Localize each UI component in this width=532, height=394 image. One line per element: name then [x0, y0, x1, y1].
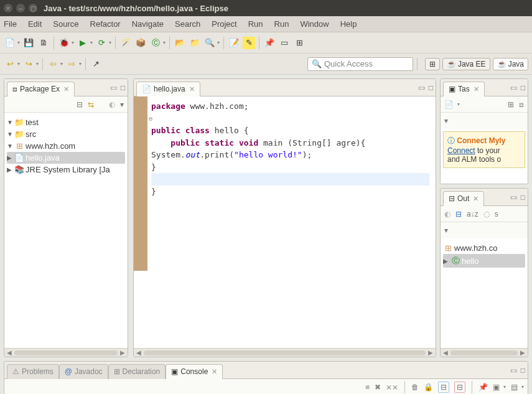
search-icon[interactable]: 🔍 — [203, 37, 216, 49]
maximize-view-icon[interactable]: □ — [121, 83, 125, 92]
tab-problems[interactable]: ⚠Problems — [7, 364, 59, 379]
tab-task-list[interactable]: ▣ Tas ✕ — [443, 82, 485, 96]
menu-window[interactable]: Window — [300, 19, 329, 29]
menu-help[interactable]: Help — [340, 19, 357, 29]
close-window-button[interactable]: × — [4, 4, 12, 12]
maximize-view-icon[interactable]: □ — [521, 193, 525, 202]
new-class-icon[interactable]: Ⓒ — [149, 37, 162, 49]
outline-package[interactable]: ⊞www.hzh.co — [443, 242, 525, 254]
focus-icon[interactable]: ◐ — [109, 100, 115, 109]
tab-javadoc[interactable]: @Javadoc — [59, 364, 108, 379]
new-icon[interactable]: 📄 — [4, 37, 16, 49]
close-icon[interactable]: ✕ — [473, 195, 478, 203]
prev-annotation-icon[interactable]: ⇦ — [47, 58, 59, 70]
show-stderr-icon[interactable]: ⊟ — [454, 382, 465, 393]
maximize-view-icon[interactable]: □ — [429, 83, 433, 92]
menu-run2[interactable]: Run — [274, 19, 289, 29]
minimize-view-icon[interactable]: ▭ — [418, 83, 425, 92]
categorize-icon[interactable]: ⊞ — [508, 100, 514, 109]
close-icon[interactable]: ✕ — [189, 85, 195, 93]
pin-console-icon[interactable]: 📌 — [478, 383, 488, 392]
remove-launch-icon[interactable]: ✖ — [375, 383, 381, 392]
tab-console[interactable]: ▣Console✕ — [166, 364, 223, 379]
highlight-icon[interactable]: ✎ — [243, 37, 255, 49]
remove-all-icon[interactable]: ⨯⨯ — [386, 383, 398, 392]
open-type-icon[interactable]: 📂 — [174, 37, 186, 49]
hide-fields-icon[interactable]: ◌ — [483, 210, 490, 218]
scrollbar[interactable]: ◀▶ — [441, 348, 528, 357]
scrollbar[interactable]: ◀▶ — [134, 348, 436, 357]
menu-navigate[interactable]: Navigate — [132, 19, 164, 29]
fold-icon[interactable]: ⊖ — [149, 114, 152, 123]
clear-console-icon[interactable]: 🗑 — [411, 383, 419, 392]
tree-file-hello[interactable]: ▶📄hello.java — [7, 152, 125, 164]
tree-jre[interactable]: ▶📚JRE System Library [Ja — [7, 164, 125, 176]
tab-outline[interactable]: ⊟ Out ✕ — [443, 191, 484, 206]
link-editor-icon[interactable]: ⇆ — [88, 100, 94, 109]
menu-run[interactable]: Run — [248, 19, 263, 29]
view-menu-icon[interactable]: ▾ — [444, 116, 448, 125]
toggle-icon[interactable]: ⊞ — [293, 37, 306, 49]
view-menu-icon[interactable]: ▾ — [444, 226, 448, 235]
open-console-icon[interactable]: ▤ — [511, 383, 518, 392]
wand-icon[interactable]: 🪄 — [119, 37, 132, 49]
save-icon[interactable]: 💾 — [22, 37, 35, 49]
code-editor[interactable]: ⊖ package www.hzh.com; public class hell… — [134, 96, 436, 201]
debug-icon[interactable]: 🐞 — [58, 37, 70, 49]
close-icon[interactable]: ✕ — [212, 368, 217, 376]
minimize-window-button[interactable]: – — [16, 4, 25, 12]
run-icon[interactable]: ▶ — [77, 37, 89, 49]
menu-file[interactable]: File — [4, 19, 17, 29]
maximize-view-icon[interactable]: □ — [521, 83, 525, 92]
tree-src[interactable]: ▼📁src — [7, 128, 125, 140]
next-annotation-icon[interactable]: ⇨ — [65, 58, 78, 70]
perspective-javaee[interactable]: ☕Java EE — [442, 58, 490, 70]
outline-class[interactable]: ▶Ⓒhello — [443, 254, 525, 268]
minimize-view-icon[interactable]: ▭ — [510, 83, 517, 92]
toggle-mark-icon[interactable]: 📝 — [228, 37, 240, 49]
window-icon[interactable]: ▭ — [278, 37, 291, 49]
open-task-icon[interactable]: 📁 — [189, 37, 201, 49]
maximize-window-button[interactable]: ▢ — [29, 4, 37, 12]
hide-static-icon[interactable]: s — [495, 210, 498, 218]
focus-icon[interactable]: ◐ — [444, 210, 450, 218]
open-perspective-button[interactable]: ⊞ — [425, 58, 440, 70]
scroll-lock-icon[interactable]: 🔒 — [424, 383, 433, 392]
menu-edit[interactable]: Edit — [28, 19, 42, 29]
quick-access-input[interactable]: 🔍 Quick Access — [307, 57, 413, 71]
connect-link[interactable]: Connect — [447, 146, 475, 155]
last-edit-icon[interactable]: ↗ — [90, 58, 102, 70]
close-icon[interactable]: ✕ — [63, 85, 69, 93]
run-last-icon[interactable]: ⟳ — [95, 37, 108, 49]
back-icon[interactable]: ↩ — [4, 58, 16, 70]
menu-search[interactable]: Search — [175, 19, 200, 29]
save-all-icon[interactable]: 🗎 — [37, 37, 50, 49]
display-console-icon[interactable]: ▣ — [493, 383, 500, 392]
minimize-view-icon[interactable]: ▭ — [510, 193, 517, 202]
sort-az-icon[interactable]: a↓z — [467, 210, 478, 218]
sort-icon[interactable]: ⊟ — [455, 210, 462, 218]
perspective-java[interactable]: ☕Java — [493, 58, 528, 70]
menu-refactor[interactable]: Refactor — [90, 19, 121, 29]
schedule-icon[interactable]: ⧈ — [519, 100, 524, 109]
tab-package-explorer[interactable]: ⧈ Package Ex ✕ — [7, 82, 75, 96]
tree-package[interactable]: ▼⊞www.hzh.com — [7, 140, 125, 152]
show-stdout-icon[interactable]: ⊟ — [438, 382, 449, 393]
minimize-view-icon[interactable]: ▭ — [510, 366, 517, 375]
menu-project[interactable]: Project — [212, 19, 236, 29]
new-package-icon[interactable]: 📦 — [134, 37, 147, 49]
tab-declaration[interactable]: ⊞Declaration — [108, 364, 166, 379]
maximize-view-icon[interactable]: □ — [521, 366, 525, 375]
tree-project[interactable]: ▼📁test — [7, 116, 125, 128]
terminate-icon[interactable]: ■ — [365, 383, 370, 392]
menu-source[interactable]: Source — [53, 19, 78, 29]
minimize-view-icon[interactable]: ▭ — [110, 83, 117, 92]
pin-icon[interactable]: 📌 — [263, 37, 276, 49]
scrollbar[interactable]: ◀▶ — [4, 348, 128, 357]
close-icon[interactable]: ✕ — [474, 85, 479, 93]
new-task-icon[interactable]: 📄 — [444, 100, 454, 109]
collapse-all-icon[interactable]: ⊟ — [77, 100, 83, 109]
forward-icon[interactable]: ↪ — [22, 58, 35, 70]
tab-editor-hello[interactable]: 📄 hello.java ✕ — [136, 82, 200, 96]
view-menu-icon[interactable]: ▾ — [120, 100, 124, 109]
